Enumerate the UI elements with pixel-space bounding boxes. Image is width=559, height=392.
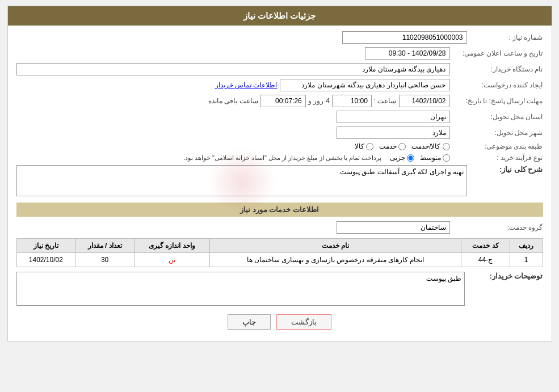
ijad-label: ایجاد کننده درخواست: — [452, 81, 543, 89]
gorooh-label: گروه خدمت: — [452, 224, 543, 231]
nooe-note: پرداخت تمام یا بخشی از مبلغ خریدار از مح… — [183, 154, 382, 162]
kala-radio[interactable] — [366, 143, 373, 150]
ostan-row: استان محل تحویل: — [16, 111, 543, 123]
towzih-row: توضیحات خریدار: طبق پیوست — [16, 272, 543, 306]
contact-link[interactable]: اطلاعات تماس خریدار — [215, 81, 278, 89]
button-row: بازگشت چاپ — [16, 314, 543, 330]
page-header: جزئیات اطلاعات نیاز — [8, 6, 552, 26]
gorooh-row: گروه خدمت: — [16, 221, 543, 234]
mohlet-row: مهلت ارسال پاسخ: تا تاریخ: ساعت : 4 روز … — [16, 95, 543, 107]
towzih-label: توضیحات خریدار: — [469, 272, 543, 280]
shomara-input[interactable] — [342, 31, 467, 44]
shomara-row: شماره نیاز : — [16, 31, 543, 44]
jozvi-label: جزیی — [390, 154, 405, 162]
col-name: نام خدمت — [209, 239, 461, 253]
gorooh-input[interactable] — [337, 221, 450, 234]
roz-value: 4 — [326, 97, 330, 105]
sharh-row: شرح کلی نیاز: تهیه و اجرای لکه گیری آسفا… — [16, 165, 543, 198]
mohlet-label: مهلت ارسال پاسخ: تا تاریخ: — [452, 97, 543, 105]
kala-khedmat-option[interactable]: کالا/خدمت — [411, 142, 449, 150]
table-row: 1 ج-44 انجام کارهای متفرقه درخصوص بازساز… — [16, 253, 543, 267]
service-table: ردیف کد خدمت نام خدمت واحد اندازه گیری ت… — [16, 238, 543, 267]
nam-dastgah-label: نام دستگاه خریدار: — [452, 65, 543, 73]
roz-label: روز و — [308, 97, 323, 105]
cell-tedad: 30 — [75, 253, 135, 267]
khedmat-radio[interactable] — [398, 143, 406, 150]
nooe-radio-group: متوسط جزیی — [390, 154, 450, 162]
section2-title: اطلاعات خدمات مورد نیاز — [240, 205, 319, 214]
col-tedad: تعداد / مقدار — [75, 239, 135, 253]
cell-radif: 1 — [510, 253, 543, 267]
col-vahed: واحد اندازه گیری — [134, 239, 209, 253]
tabaghebandi-label: طبقه بندی موضوعی: — [452, 142, 543, 150]
jozvi-radio[interactable] — [407, 154, 414, 162]
sharh-container: تهیه و اجرای لکه گیری آسفالت طبق پیوست — [16, 165, 467, 198]
shahr-input[interactable] — [337, 127, 450, 139]
nooe-label: نوع فرآیند خرید : — [452, 154, 543, 162]
shomara-label: شماره نیاز : — [469, 33, 543, 41]
khedmat-label: خدمت — [379, 142, 397, 150]
back-button[interactable]: بازگشت — [276, 314, 331, 330]
ostan-label: استان محل تحویل: — [452, 113, 543, 121]
kala-label: کالا — [355, 142, 364, 150]
sharh-label: شرح کلی نیاز: — [469, 165, 543, 174]
mohlet-saat-input[interactable] — [332, 95, 372, 107]
col-tarikh: تاریخ نیاز — [16, 239, 75, 253]
table-header: ردیف کد خدمت نام خدمت واحد اندازه گیری ت… — [16, 239, 543, 253]
baqi-label: ساعت باقی مانده — [208, 97, 258, 105]
khedmat-option[interactable]: خدمت — [379, 142, 406, 150]
sharh-textarea[interactable]: تهیه و اجرای لکه گیری آسفالت طبق پیوست — [16, 165, 467, 196]
nam-dastgah-input[interactable] — [16, 63, 450, 75]
kala-option[interactable]: کالا — [355, 142, 373, 150]
cell-vahed: تن — [134, 253, 209, 267]
tarikh-row: تاریخ و ساعت اعلان عمومی: — [16, 47, 543, 60]
content-area: شماره نیاز : تاریخ و ساعت اعلان عمومی: ن… — [8, 26, 552, 341]
ijad-input[interactable] — [280, 79, 450, 91]
table-body: 1 ج-44 انجام کارهای متفرقه درخصوص بازساز… — [16, 253, 543, 267]
col-radif: ردیف — [510, 239, 543, 253]
tabaghebandi-radio-group: کالا/خدمت خدمت کالا — [355, 142, 449, 150]
cell-tarikh: 1402/10/02 — [16, 253, 75, 267]
kala-khedmat-radio[interactable] — [443, 143, 450, 150]
cell-name: انجام کارهای متفرقه درخصوص بازسازی و بهس… — [209, 253, 461, 267]
ijad-row: ایجاد کننده درخواست: اطلاعات تماس خریدار — [16, 79, 543, 91]
motawaset-label: متوسط — [420, 154, 441, 162]
print-button[interactable]: چاپ — [228, 314, 271, 330]
tabaghebandi-row: طبقه بندی موضوعی: کالا/خدمت خدمت کالا — [16, 142, 543, 150]
ostan-input[interactable] — [337, 111, 450, 123]
tarikh-label: تاریخ و ساعت اعلان عمومی: — [452, 49, 543, 57]
cell-kod: ج-44 — [461, 253, 510, 267]
kala-khedmat-label: کالا/خدمت — [411, 142, 440, 150]
motawaset-radio[interactable] — [443, 154, 450, 162]
shahr-row: شهر محل تحویل: — [16, 127, 543, 139]
jozvi-option[interactable]: جزیی — [390, 154, 414, 162]
towzih-textarea[interactable]: طبق پیوست — [16, 272, 465, 306]
tarikh-input[interactable] — [365, 47, 450, 60]
col-kod: کد خدمت — [461, 239, 510, 253]
shahr-label: شهر محل تحویل: — [452, 129, 543, 137]
mohlet-date-input[interactable] — [399, 95, 450, 107]
saat-label: ساعت : — [374, 97, 397, 105]
nam-dastgah-row: نام دستگاه خریدار: — [16, 63, 543, 75]
section2-header: اطلاعات خدمات مورد نیاز — [16, 203, 543, 217]
mohlet-baqi-input[interactable] — [260, 95, 306, 107]
motawaset-option[interactable]: متوسط — [420, 154, 450, 162]
nooe-farayand-row: نوع فرآیند خرید : متوسط جزیی پرداخت تمام… — [16, 154, 543, 162]
page-title: جزئیات اطلاعات نیاز — [243, 11, 316, 20]
page-container: جزئیات اطلاعات نیاز شماره نیاز : تاریخ و… — [7, 6, 552, 342]
